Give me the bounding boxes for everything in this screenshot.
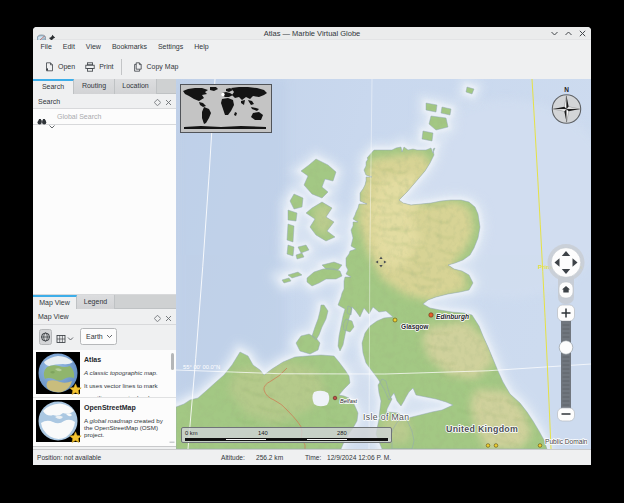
panel-icons [154, 94, 172, 109]
map-view-panel-header: Map View [33, 309, 176, 325]
menu-edit[interactable]: Edit [57, 40, 80, 54]
zoom-in-button[interactable] [558, 305, 575, 321]
status-time-value: 12/9/2024 12:06 P. M. [327, 450, 391, 465]
parallel-55n-label: 55° 00' 00.0"N [183, 364, 220, 370]
scale-zero-label: 0 km [185, 430, 198, 436]
belfast-dot[interactable] [333, 396, 337, 400]
float-panel-icon[interactable] [154, 308, 161, 326]
map-theme-name: OpenStreetMap [84, 404, 136, 411]
map-theme-name: Atlas [84, 356, 101, 363]
search-dropdown-arrow-icon[interactable] [49, 115, 55, 133]
window-controls [550, 27, 587, 40]
scale-far-label: 280 [337, 430, 347, 436]
status-position: Position: not available [37, 450, 101, 465]
tab-location[interactable]: Location [115, 79, 157, 94]
close-panel-icon[interactable] [165, 92, 172, 110]
map-scale-bar: 0 km 140 280 [181, 427, 392, 443]
marble-window: Atlas — Marble Virtual Globe File Edit V… [33, 27, 591, 465]
map-view-panel-title: Map View [38, 309, 69, 324]
close-panel-icon[interactable] [165, 308, 172, 326]
float-panel-icon[interactable] [154, 92, 161, 110]
print-button[interactable]: Print [80, 57, 118, 76]
close-button[interactable] [578, 29, 587, 38]
copy-map-button[interactable]: Copy Map [128, 57, 184, 76]
description-segment: global roadmap [90, 417, 133, 424]
flat-projection-button[interactable] [56, 331, 66, 343]
overview-world-map[interactable] [180, 84, 272, 133]
tab-routing[interactable]: Routing [74, 79, 115, 94]
city-dot[interactable] [494, 444, 498, 448]
menu-file[interactable]: File [35, 40, 57, 54]
main-area: Search Routing Location Search [33, 79, 591, 449]
zoom-out-button[interactable] [558, 408, 575, 421]
scale-bar-segment [266, 439, 306, 441]
favorite-star-icon [69, 430, 82, 443]
chevron-down-icon [106, 334, 113, 339]
open-label: Open [58, 63, 75, 70]
description-line: It uses vector lines to mark [84, 382, 168, 389]
window-title: Atlas — Marble Virtual Globe [33, 27, 591, 40]
description-line: A classic topographic map. [84, 369, 168, 376]
zoom-slider-track[interactable] [561, 321, 571, 408]
map-theme-atlas[interactable]: Atlas A classic topographic map. It uses… [33, 350, 176, 397]
globe-projection-button[interactable] [39, 329, 52, 345]
titlebar[interactable]: Atlas — Marble Virtual Globe [33, 27, 591, 40]
open-button[interactable]: Open [40, 57, 80, 76]
slider-track-ticks [563, 325, 570, 405]
scale-bar-segment [226, 439, 266, 441]
status-altitude-label: Altitude: [221, 450, 245, 465]
city-dot[interactable] [486, 444, 490, 448]
current-position-dot [221, 93, 224, 96]
scrollbar-end-mark [169, 434, 175, 441]
compass-rose[interactable]: N [549, 83, 584, 131]
belfast-label[interactable]: Belfast [340, 398, 358, 404]
favorite-star-icon [69, 382, 82, 395]
minimize-button[interactable] [550, 29, 559, 38]
statusbar: Position: not available Altitude: 256.2 … [33, 449, 591, 465]
list-scrollbar-thumb[interactable] [171, 353, 175, 370]
attribution-label: Public Domain [545, 438, 588, 445]
search-results-list[interactable] [33, 125, 176, 295]
glasgow-label[interactable]: Glasgow [401, 323, 429, 331]
search-panel-title: Search [38, 94, 60, 109]
print-icon [85, 58, 95, 76]
tab-legend[interactable]: Legend [77, 295, 115, 310]
tab-map-view[interactable]: Map View [33, 295, 77, 310]
scale-bar-strip [185, 438, 388, 442]
panel-icons [154, 309, 172, 324]
menu-help[interactable]: Help [189, 40, 214, 54]
celestial-body-select[interactable]: Earth [80, 328, 117, 345]
toolbar-separator [121, 59, 122, 75]
map-theme-description: A global roadmap created by the OpenStre… [84, 417, 168, 438]
menu-view[interactable]: View [80, 40, 106, 54]
copy-map-label: Copy Map [147, 63, 179, 70]
binoculars-icon[interactable] [37, 112, 48, 130]
map-view-toolbar: Earth [33, 325, 176, 351]
menu-bookmarks[interactable]: Bookmarks [106, 40, 152, 54]
city-dot[interactable] [538, 444, 542, 448]
map-theme-description: A classic topographic map. It uses vecto… [84, 369, 168, 397]
map-theme-openstreetmap[interactable]: OpenStreetMap A global roadmap created b… [33, 397, 176, 444]
scale-bar-segment [186, 439, 226, 441]
edinburgh-label[interactable]: Edinburgh [436, 313, 469, 321]
status-altitude-value: 256.2 km [256, 450, 283, 465]
zoom-slider-knob[interactable] [559, 341, 573, 355]
celestial-body-value: Earth [86, 329, 103, 344]
scale-mid-label: 140 [258, 430, 268, 436]
scale-bar-segment [307, 439, 347, 441]
navigation-control [546, 242, 586, 423]
glasgow-dot[interactable] [393, 318, 397, 322]
menubar: File Edit View Bookmarks Settings Help [33, 40, 591, 54]
search-placeholder: Global Search [57, 109, 101, 124]
lough-neagh-lake [313, 391, 330, 407]
global-search-input[interactable]: Global Search [33, 109, 176, 125]
print-label: Print [99, 63, 113, 70]
menu-settings[interactable]: Settings [152, 40, 188, 54]
isle-of-man-label: Isle of Man [363, 412, 409, 422]
edinburgh-dot[interactable] [429, 313, 433, 317]
map-canvas[interactable]: 55° 00' 00.0"N 5° 00' 00.0"W Prime Merid… [176, 79, 591, 449]
maximize-button[interactable] [564, 29, 573, 38]
projection-dropdown-icon[interactable] [67, 331, 75, 343]
united-kingdom-label: United Kingdom [446, 424, 518, 434]
tab-search[interactable]: Search [33, 79, 74, 94]
